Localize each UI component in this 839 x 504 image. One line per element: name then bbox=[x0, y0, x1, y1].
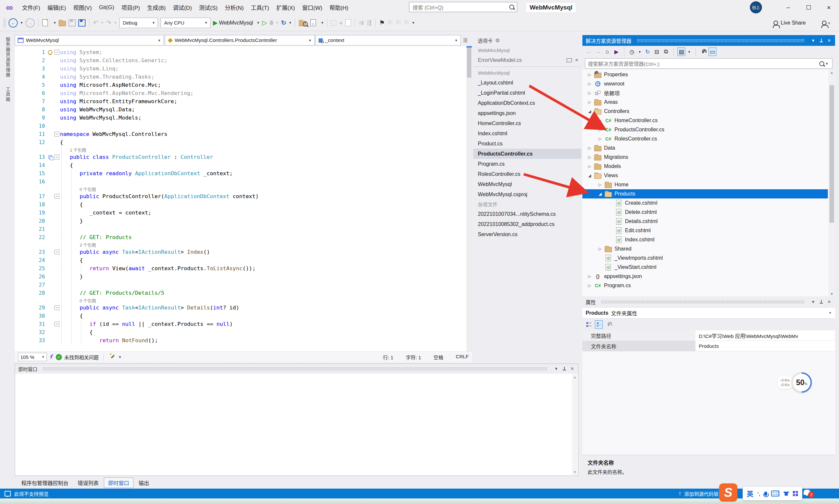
gear-icon[interactable]: ⚙ bbox=[495, 37, 500, 43]
collapse-icon[interactable]: ◢ bbox=[587, 109, 592, 114]
properties-pages-icon[interactable]: ⧉ bbox=[662, 48, 670, 56]
property-value[interactable]: D:\C#学习\Web 应用\WebMvcMysql\WebMv bbox=[696, 330, 835, 341]
open-document-item[interactable]: ApplicationDbContext.cs bbox=[473, 98, 581, 108]
tree-item-Index.cshtml[interactable]: @Index.cshtml bbox=[582, 235, 828, 244]
dropdown-caret-icon[interactable]: ▼ bbox=[287, 21, 293, 24]
dropdown-caret-icon[interactable]: ▼ bbox=[687, 50, 692, 54]
collapse-icon[interactable]: ◢ bbox=[597, 192, 603, 196]
bottom-tab-程序包管理器控制台[interactable]: 程序包管理器控制台 bbox=[17, 478, 72, 488]
window-position-caret[interactable]: ▼ bbox=[809, 38, 817, 43]
expand-icon[interactable]: ▷ bbox=[587, 100, 592, 105]
expand-icon[interactable]: ▷ bbox=[597, 118, 603, 123]
expand-icon[interactable]: ▷ bbox=[587, 283, 592, 288]
sync-with-active-document-icon[interactable]: ⌂ bbox=[309, 18, 319, 28]
network-speed-widget[interactable]: ↑0 K/s ↓0 K/s 50 % bbox=[777, 370, 828, 395]
open-document-item[interactable]: Index.cshtml bbox=[473, 128, 581, 139]
dropdown-caret-icon[interactable]: ▼ bbox=[637, 50, 642, 54]
dropdown-caret-icon[interactable]: ▼ bbox=[256, 21, 261, 24]
sogou-logo[interactable]: S bbox=[719, 483, 737, 502]
ime-skin-icon[interactable] bbox=[784, 491, 789, 496]
tree-item-Controllers[interactable]: ◢Controllers bbox=[582, 107, 828, 116]
open-document-item[interactable]: HomeController.cs bbox=[473, 118, 581, 128]
member-dropdown[interactable]: _context ▼ bbox=[316, 35, 461, 46]
minimize-button[interactable]: – bbox=[778, 0, 798, 15]
home-icon[interactable]: ⌂ bbox=[604, 48, 611, 56]
menu-item-调试(D)[interactable]: 调试(D) bbox=[170, 0, 196, 15]
open-document-item[interactable]: Program.cs bbox=[473, 159, 581, 169]
back-icon[interactable]: ← bbox=[7, 18, 19, 28]
bottom-tab-错误列表[interactable]: 错误列表 bbox=[74, 478, 103, 488]
close-icon[interactable]: × bbox=[575, 57, 578, 63]
restore-button[interactable] bbox=[798, 0, 819, 15]
tree-scrollbar[interactable]: ▲ ▼ bbox=[828, 69, 835, 297]
open-document-item[interactable]: appsettings.json bbox=[473, 108, 581, 118]
tree-item-Properties[interactable]: ▷Properties bbox=[582, 70, 828, 79]
expand-icon[interactable]: ▷ bbox=[587, 164, 592, 169]
pending-clock-icon[interactable]: ◷ bbox=[628, 48, 636, 56]
feedback-button[interactable]: + bbox=[822, 17, 831, 29]
menu-item-窗口(W)[interactable]: 窗口(W) bbox=[299, 0, 326, 15]
collapse-icon[interactable]: – bbox=[54, 50, 59, 55]
immediate-scrollbar[interactable]: ▲ ▼ bbox=[572, 374, 578, 475]
expand-icon[interactable]: ▷ bbox=[597, 247, 603, 251]
toolbar-drag-handle[interactable] bbox=[3, 18, 6, 28]
menu-item-文件(F)[interactable]: 文件(F) bbox=[18, 0, 44, 15]
quick-search-box[interactable]: 搜索 (Ctrl+Q) bbox=[409, 2, 517, 12]
preview-icon[interactable]: ▭ bbox=[709, 48, 716, 56]
bottom-tab-输出[interactable]: 输出 bbox=[135, 478, 153, 488]
sync-vs-icon[interactable]: ▶ bbox=[613, 48, 620, 56]
split-editor-handle[interactable] bbox=[462, 35, 469, 46]
live-share-button[interactable]: Live Share bbox=[773, 17, 806, 29]
collapse-icon[interactable]: – bbox=[54, 155, 59, 160]
tree-item-Models[interactable]: ▷Models bbox=[582, 162, 828, 171]
open-document-item[interactable]: _Layout.cshtml bbox=[473, 78, 581, 88]
dropdown-caret-icon[interactable]: ▼ bbox=[19, 21, 24, 24]
open-document-item[interactable]: 20221010085302_addproduct.cs bbox=[473, 219, 581, 229]
line-indicator[interactable]: 行: 1 bbox=[383, 354, 393, 361]
editor-scrollbar[interactable] bbox=[466, 46, 472, 352]
tree-item-Program.cs[interactable]: ▷C#Program.cs bbox=[582, 281, 828, 290]
open-document-item[interactable]: WebMvcMysql.csproj bbox=[473, 189, 581, 199]
menu-item-测试(S)[interactable]: 测试(S) bbox=[195, 0, 221, 15]
expand-icon[interactable]: ▷ bbox=[597, 137, 603, 141]
refresh-icon[interactable]: ↻ bbox=[644, 48, 651, 56]
tree-item-RolesController.cs[interactable]: ▷C#RolesController.cs bbox=[582, 134, 828, 143]
pin-icon[interactable] bbox=[819, 300, 823, 304]
property-pages-button[interactable] bbox=[605, 320, 613, 329]
open-document-item[interactable]: 2022101007034...ntitySchema.cs bbox=[473, 209, 581, 219]
bottom-tab-即时窗口[interactable]: 即时窗口 bbox=[104, 478, 134, 488]
type-dropdown[interactable]: WebMvcMysql.Controllers.ProductsControll… bbox=[165, 35, 315, 46]
spaces-indicator[interactable]: 空格 bbox=[434, 354, 443, 361]
property-value[interactable]: Products bbox=[696, 341, 835, 351]
sidebar-tab-服务器资源管理器[interactable]: 服务器资源管理器 bbox=[4, 34, 11, 81]
tree-item-Edit.cshtml[interactable]: @Edit.cshtml bbox=[582, 226, 828, 235]
menu-item-视图(V)[interactable]: 视图(V) bbox=[69, 0, 95, 15]
close-button[interactable]: × bbox=[819, 0, 839, 15]
open-document-item[interactable]: WebMvcMysql bbox=[473, 179, 581, 189]
tree-item-Details.cshtml[interactable]: @Details.cshtml bbox=[582, 217, 828, 226]
expand-icon[interactable]: ▷ bbox=[587, 146, 592, 150]
open-folder-icon[interactable] bbox=[57, 18, 67, 28]
restart-icon[interactable]: ↻ bbox=[280, 18, 287, 28]
new-item-icon[interactable]: ✦ bbox=[41, 18, 52, 28]
tree-item-_ViewStart.cshtml[interactable]: @_ViewStart.cshtml bbox=[582, 263, 828, 272]
add-to-source-control-button[interactable]: ↑ 添加到源代码管理 bbox=[678, 490, 724, 497]
run-button[interactable]: ▶WebMvcMysql bbox=[212, 18, 256, 28]
start-without-debug-icon[interactable]: ▷ bbox=[261, 18, 268, 28]
categorized-button[interactable] bbox=[585, 320, 593, 329]
keep-open-icon[interactable] bbox=[567, 58, 572, 62]
collapse-icon[interactable]: – bbox=[54, 250, 59, 254]
open-document-item[interactable]: RolesController.cs bbox=[473, 169, 581, 179]
alphabetical-sort-button[interactable]: AZ↓ bbox=[595, 320, 603, 329]
scrollbar-thumb[interactable] bbox=[829, 85, 834, 223]
collapse-icon[interactable]: – bbox=[54, 305, 59, 310]
account-avatar[interactable]: 创上 bbox=[750, 1, 762, 14]
window-position-caret[interactable]: ▼ bbox=[553, 366, 560, 371]
pin-icon[interactable] bbox=[819, 38, 823, 43]
tree-item-Data[interactable]: ▷Data bbox=[582, 143, 828, 152]
tree-item-appsettings.json[interactable]: ▷{}appsettings.json bbox=[582, 272, 828, 281]
expand-icon[interactable]: ▷ bbox=[597, 127, 603, 132]
open-document-item[interactable]: ServerVersion.cs bbox=[473, 229, 581, 239]
collapse-icon[interactable]: – bbox=[54, 322, 59, 326]
debug-target-dropdown[interactable]: Debug▼ bbox=[119, 18, 158, 28]
